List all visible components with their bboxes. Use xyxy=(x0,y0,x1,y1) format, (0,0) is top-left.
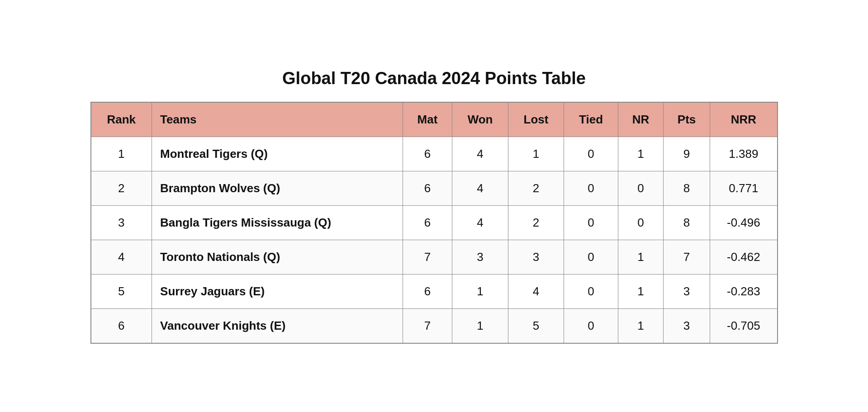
cell-4-2: 6 xyxy=(403,274,452,308)
cell-2-2: 6 xyxy=(403,205,452,240)
cell-2-6: 0 xyxy=(618,205,664,240)
cell-5-4: 5 xyxy=(508,308,564,343)
table-row: 5Surrey Jaguars (E)614013-0.283 xyxy=(91,274,778,308)
col-teams: Teams xyxy=(152,102,403,137)
col-tied: Tied xyxy=(564,102,618,137)
points-table: Rank Teams Mat Won Lost Tied NR Pts NRR … xyxy=(90,102,778,344)
col-won: Won xyxy=(452,102,508,137)
cell-0-0: 1 xyxy=(91,137,152,171)
cell-3-3: 3 xyxy=(452,240,508,274)
cell-0-7: 9 xyxy=(663,137,710,171)
col-pts: Pts xyxy=(663,102,710,137)
table-row: 4Toronto Nationals (Q)733017-0.462 xyxy=(91,240,778,274)
cell-0-3: 4 xyxy=(452,137,508,171)
table-row: 3Bangla Tigers Mississauga (Q)642008-0.4… xyxy=(91,205,778,240)
cell-3-5: 0 xyxy=(564,240,618,274)
cell-4-5: 0 xyxy=(564,274,618,308)
cell-5-6: 1 xyxy=(618,308,664,343)
cell-1-1: Brampton Wolves (Q) xyxy=(152,171,403,205)
cell-2-7: 8 xyxy=(663,205,710,240)
cell-4-8: -0.283 xyxy=(710,274,778,308)
cell-1-3: 4 xyxy=(452,171,508,205)
cell-0-5: 0 xyxy=(564,137,618,171)
col-mat: Mat xyxy=(403,102,452,137)
cell-3-0: 4 xyxy=(91,240,152,274)
cell-5-3: 1 xyxy=(452,308,508,343)
col-lost: Lost xyxy=(508,102,564,137)
cell-0-4: 1 xyxy=(508,137,564,171)
cell-0-1: Montreal Tigers (Q) xyxy=(152,137,403,171)
cell-4-1: Surrey Jaguars (E) xyxy=(152,274,403,308)
col-rank: Rank xyxy=(91,102,152,137)
table-row: 1Montreal Tigers (Q)6410191.389 xyxy=(91,137,778,171)
cell-3-2: 7 xyxy=(403,240,452,274)
cell-0-8: 1.389 xyxy=(710,137,778,171)
cell-1-8: 0.771 xyxy=(710,171,778,205)
cell-2-5: 0 xyxy=(564,205,618,240)
cell-1-2: 6 xyxy=(403,171,452,205)
cell-3-1: Toronto Nationals (Q) xyxy=(152,240,403,274)
cell-1-0: 2 xyxy=(91,171,152,205)
cell-3-4: 3 xyxy=(508,240,564,274)
cell-2-8: -0.496 xyxy=(710,205,778,240)
cell-3-8: -0.462 xyxy=(710,240,778,274)
cell-0-2: 6 xyxy=(403,137,452,171)
header-row: Rank Teams Mat Won Lost Tied NR Pts NRR xyxy=(91,102,778,137)
cell-1-4: 2 xyxy=(508,171,564,205)
cell-2-3: 4 xyxy=(452,205,508,240)
table-body: 1Montreal Tigers (Q)6410191.3892Brampton… xyxy=(91,137,778,343)
cell-5-8: -0.705 xyxy=(710,308,778,343)
cell-4-6: 1 xyxy=(618,274,664,308)
cell-1-7: 8 xyxy=(663,171,710,205)
cell-1-6: 0 xyxy=(618,171,664,205)
cell-2-4: 2 xyxy=(508,205,564,240)
cell-3-7: 7 xyxy=(663,240,710,274)
cell-1-5: 0 xyxy=(564,171,618,205)
main-container: Global T20 Canada 2024 Points Table Rank… xyxy=(72,51,796,362)
table-row: 6Vancouver Knights (E)715013-0.705 xyxy=(91,308,778,343)
cell-4-4: 4 xyxy=(508,274,564,308)
cell-4-7: 3 xyxy=(663,274,710,308)
cell-3-6: 1 xyxy=(618,240,664,274)
cell-2-1: Bangla Tigers Mississauga (Q) xyxy=(152,205,403,240)
col-nr: NR xyxy=(618,102,664,137)
table-row: 2Brampton Wolves (Q)6420080.771 xyxy=(91,171,778,205)
cell-5-2: 7 xyxy=(403,308,452,343)
cell-4-0: 5 xyxy=(91,274,152,308)
cell-0-6: 1 xyxy=(618,137,664,171)
cell-5-0: 6 xyxy=(91,308,152,343)
table-header: Rank Teams Mat Won Lost Tied NR Pts NRR xyxy=(91,102,778,137)
cell-2-0: 3 xyxy=(91,205,152,240)
cell-4-3: 1 xyxy=(452,274,508,308)
cell-5-5: 0 xyxy=(564,308,618,343)
col-nrr: NRR xyxy=(710,102,778,137)
cell-5-1: Vancouver Knights (E) xyxy=(152,308,403,343)
cell-5-7: 3 xyxy=(663,308,710,343)
page-title: Global T20 Canada 2024 Points Table xyxy=(90,69,778,88)
